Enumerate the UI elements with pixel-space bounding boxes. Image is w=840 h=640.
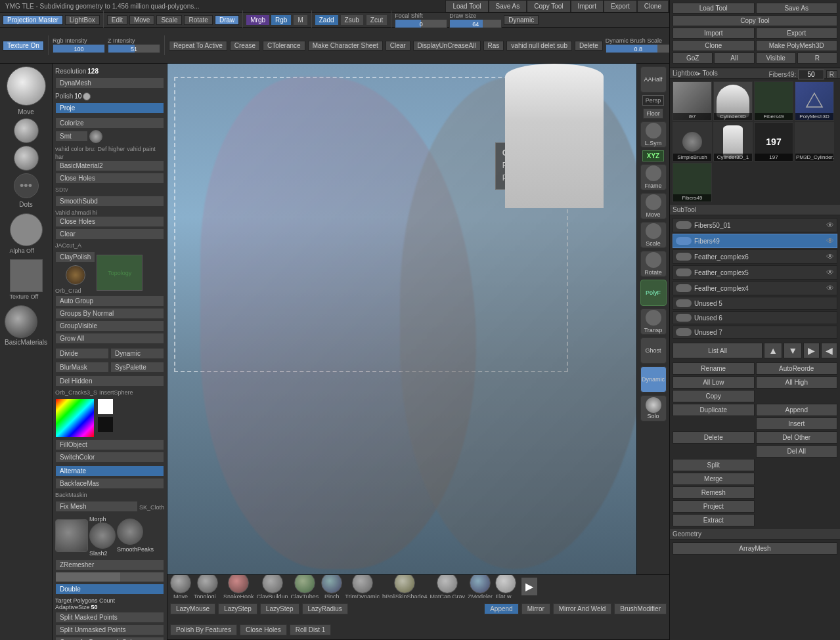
rp-save-as[interactable]: Save As [756, 3, 838, 14]
alternate-button[interactable]: Alternate [55, 465, 164, 477]
claypolish-button[interactable]: ClayPolish [55, 251, 95, 263]
delete-button[interactable]: Delete [673, 431, 755, 444]
solo-button[interactable]: Solo [640, 395, 667, 421]
del-all-button[interactable]: Del All [756, 445, 838, 458]
smooth-peaks-icon[interactable] [117, 519, 143, 545]
rotate-rt-button[interactable]: Rotate [640, 251, 667, 277]
bottom-brush-8[interactable]: MatCap Gray [430, 575, 466, 598]
subtool-toggle-2[interactable] [676, 253, 692, 261]
close-holes-bottom-button[interactable]: Close Holes [240, 624, 287, 635]
zsub-button[interactable]: Zsub [340, 14, 364, 26]
mrgb-button[interactable]: Mrgb [246, 15, 269, 25]
list-all-button[interactable]: List All [673, 343, 763, 358]
lb-thumb-3[interactable]: PolyMesh3D [795, 81, 834, 121]
focal-shift-slider[interactable]: 0 [395, 19, 447, 28]
copy-tool-button[interactable]: Copy Tool [527, 0, 570, 12]
nav-right-button[interactable]: ▶ [803, 343, 820, 358]
lb-thumb-5[interactable]: Cylinder3D_1 [713, 122, 753, 161]
subtool-item-2[interactable]: Feather_complex6 👁 [673, 249, 837, 264]
scale-button[interactable]: Scale [156, 15, 182, 25]
dynamic-div-button[interactable]: Dynamic [110, 348, 164, 359]
all-low-button[interactable]: All Low [673, 376, 755, 389]
close-holes2-button[interactable]: Close Holes [55, 216, 164, 227]
black-color[interactable] [97, 416, 114, 433]
vahid-null-button[interactable]: vahid null delet sub [506, 41, 572, 51]
backface-mas-button[interactable]: BackfaceMas [55, 478, 164, 489]
scroll-right-button[interactable]: ▶ [521, 578, 537, 595]
m-button[interactable]: M [293, 14, 307, 26]
bottom-brush-2[interactable]: SnakeHook [223, 575, 254, 598]
proje-button[interactable]: Proje [55, 102, 164, 114]
bottom-brush-6[interactable]: TrimDynamic [345, 575, 380, 598]
subtool-toggle-1[interactable] [676, 237, 692, 245]
subtool-item-1[interactable]: Fibers49 👁 [673, 234, 837, 248]
slash2-icon[interactable] [89, 523, 116, 549]
subtool-toggle-6[interactable] [676, 314, 692, 322]
transp-button[interactable]: Transp [640, 309, 667, 335]
main-brush-icon[interactable] [7, 66, 46, 106]
nav-left-button[interactable]: ◀ [821, 343, 837, 358]
lb-thumb-8[interactable]: Fibers49 [673, 163, 712, 202]
subtool-eye-1[interactable]: 👁 [826, 236, 834, 245]
subtool-eye-0[interactable]: 👁 [826, 221, 834, 230]
copy-subtool-button[interactable]: Copy [673, 390, 755, 402]
all-high-button[interactable]: All High [756, 376, 838, 389]
lazy-mouse-button[interactable]: LazyMouse [170, 603, 215, 614]
fill-object-button[interactable]: FillObject [55, 439, 164, 450]
project-button[interactable]: Project [673, 500, 755, 513]
bottom-brush-7[interactable]: hPoliSkinShade4 [382, 575, 428, 598]
brush-modifier-button[interactable]: BrushModifier [614, 603, 667, 614]
subtool-item-5[interactable]: Unused 5 [673, 297, 837, 310]
rgb-button[interactable]: Rgb [271, 15, 291, 25]
lb-thumb-6[interactable]: 197 197 [754, 122, 793, 161]
subtool-item-0[interactable]: Fibers50_01 👁 [673, 218, 837, 232]
remesh-button[interactable]: Remesh [673, 486, 755, 499]
divide-button[interactable]: Divide [55, 348, 109, 359]
fibers-input[interactable] [798, 70, 824, 79]
rotate-button[interactable]: Rotate [184, 15, 212, 25]
grow-all-button[interactable]: Grow All [55, 333, 164, 344]
append-bottom-button[interactable]: Append [484, 603, 518, 614]
auto-group-button[interactable]: Auto Group [55, 295, 164, 307]
bottom-brush-3[interactable]: ClayBuildup [257, 575, 288, 598]
lb-thumb-2[interactable]: Fibers49 [754, 81, 793, 121]
lightbox-button[interactable]: LightBox [65, 15, 100, 25]
smooth-subd-button[interactable]: SmoothSubd [55, 196, 164, 207]
close-holes-button[interactable]: Close Holes [55, 173, 164, 184]
topology-icon[interactable]: Topology [97, 255, 143, 291]
save-as-button[interactable]: Save As [489, 0, 527, 12]
scroll-arrow[interactable]: ▶ [521, 578, 537, 595]
groups-by-normal-button[interactable]: Groups By Normal [55, 308, 164, 319]
dynamic-button[interactable]: Dynamic [504, 15, 539, 25]
fibers-r-button[interactable]: R [826, 70, 837, 79]
clear-btn[interactable]: Clear [55, 228, 164, 240]
bottom-brush-9[interactable]: ZModeler [468, 575, 493, 598]
small-brush-2[interactable] [14, 146, 39, 171]
subtool-toggle-0[interactable] [676, 221, 692, 229]
make-character-sheet-button[interactable]: Make Character Sheet [308, 41, 383, 51]
displacreaseall-button[interactable]: DisplayUnCreaseAll [413, 41, 481, 51]
append-button[interactable]: Append [756, 404, 838, 416]
split-masked-button[interactable]: Split Masked Points [55, 612, 164, 623]
ghost-button[interactable]: Ghost [640, 337, 667, 364]
subtool-toggle-4[interactable] [676, 284, 692, 292]
dynamic-rt-button[interactable]: Dynamic [640, 366, 667, 393]
subtool-toggle-5[interactable] [676, 299, 692, 307]
rgb-intensity-slider[interactable]: 100 [53, 44, 105, 53]
small-brush-1[interactable] [14, 118, 39, 143]
lazy-step2-button[interactable]: LazyStep [260, 603, 299, 614]
subtool-eye-4[interactable]: 👁 [826, 284, 834, 293]
alpha-display[interactable] [10, 213, 43, 246]
edit-button[interactable]: Edit [107, 15, 127, 25]
zadd-button[interactable]: Zadd [315, 15, 338, 25]
roll-dist-button[interactable]: Roll Dist 1 [290, 624, 332, 635]
move-tool-button[interactable]: Move [129, 15, 154, 25]
lb-thumb-0[interactable]: i97 [673, 81, 712, 121]
split-unmasked-button[interactable]: Split Unmasked Points [55, 624, 164, 635]
array-mesh-button[interactable]: ArrayMesh [673, 542, 837, 555]
projection-master-button[interactable]: Projection Master [3, 15, 63, 25]
rp-clone[interactable]: Clone [673, 40, 755, 51]
rename-button[interactable]: Rename [673, 362, 755, 375]
bottom-brush-0[interactable]: Move [170, 575, 191, 598]
subtool-toggle-7[interactable] [676, 328, 692, 336]
